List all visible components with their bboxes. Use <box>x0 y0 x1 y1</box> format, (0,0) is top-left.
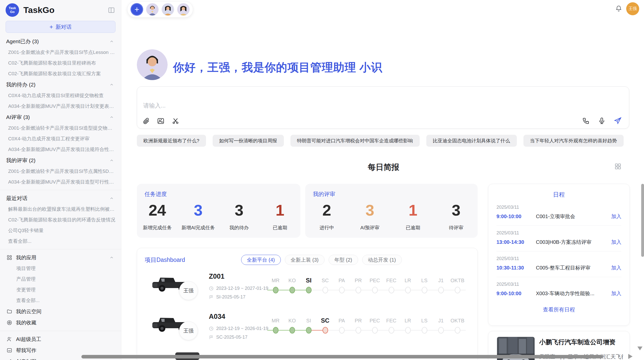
stat-value: 3 <box>219 202 260 219</box>
chevron-up-icon[interactable] <box>109 39 114 44</box>
chevron-up-icon[interactable] <box>109 82 114 87</box>
user-avatar[interactable]: 王强 <box>626 2 639 15</box>
agent-avatar[interactable] <box>162 3 174 16</box>
milestone-si: SI <box>300 317 317 335</box>
flag-milestone: SC-2025-05-17 <box>216 335 247 340</box>
milestone-dot <box>273 287 279 293</box>
phone-icon[interactable] <box>582 117 590 125</box>
milestone-dot <box>372 327 378 334</box>
sidebar-item[interactable]: C02-飞腾新能源轻客改款项目里程碑画布 <box>0 58 121 68</box>
milestone-si: SI <box>300 277 317 295</box>
divider <box>0 249 121 249</box>
recent-view-all[interactable]: 查看全部... <box>0 236 121 247</box>
add-agent-button[interactable]: + <box>130 3 143 16</box>
filter-tab[interactable]: 全新平台 (4) <box>241 255 281 265</box>
scroll-down-arrow-icon[interactable] <box>637 347 642 350</box>
milestone-mr: MR <box>267 317 284 335</box>
join-link[interactable]: 加入 <box>611 213 621 220</box>
recent-chat-item[interactable]: 公司Q3轻卡销量 <box>0 225 121 236</box>
date-range: 2023-12-19 ~ 2026-01-19 <box>216 326 268 331</box>
filter-tab[interactable]: 全新上装 (3) <box>285 255 325 265</box>
sidebar-item-cloud-space[interactable]: 我的云空间 <box>0 306 121 317</box>
suggestion-chip[interactable]: 当下年轻人对汽车外观有怎样的喜好趋势 <box>523 135 624 147</box>
vertical-scrollbar[interactable] <box>641 184 644 257</box>
paperclip-icon[interactable] <box>142 117 150 125</box>
suggestion-chip[interactable]: 欧洲新规最近颁布了什么? <box>137 135 206 147</box>
filter-tab[interactable]: 年型 (2) <box>329 255 358 265</box>
milestone-dot <box>273 327 279 334</box>
milestone-ko: KO <box>284 317 300 335</box>
sidebar-item[interactable]: Z001-全新燃油轻卡产品开发项目SI造型提交物评审 <box>0 123 121 133</box>
scissors-icon[interactable] <box>172 117 179 125</box>
sidebar-section-recent[interactable]: 最近对话 <box>0 193 121 204</box>
greeting-text: 你好，王强，我是你的项目管理助理 小识 <box>173 60 382 75</box>
section-title: AI评审 (3) <box>6 114 30 121</box>
sidebar-collapse-icon[interactable] <box>108 7 115 14</box>
composer-left-tools <box>142 117 179 125</box>
event-date: 2025/03/11 <box>496 282 621 287</box>
mic-icon[interactable] <box>598 117 606 125</box>
new-chat-button[interactable]: + 新对话 <box>6 21 115 33</box>
project-dates: 2023-12-19 ~ 2026-01-19 <box>209 326 268 331</box>
sidebar-section-ai-review[interactable]: AI评审 (3) <box>0 112 121 123</box>
flag-icon <box>209 295 214 299</box>
bell-icon[interactable] <box>615 5 622 12</box>
join-link[interactable]: 加入 <box>611 264 621 271</box>
project-dates: 2023-12-19 ~ 2027-01-19 <box>209 286 268 291</box>
join-link[interactable]: 加入 <box>611 239 621 246</box>
milestone-dot <box>455 287 460 293</box>
recent-chat-item[interactable]: 解释最新出台的欧盟报废车法规再生塑料比例被调至15%... <box>0 204 121 215</box>
chevron-up-icon[interactable] <box>109 158 114 163</box>
daily-report-title: 每日简报 <box>137 162 630 173</box>
chevron-up-icon[interactable] <box>109 115 114 119</box>
suggestion-chip[interactable]: 特朗普可能对进口汽车增税会对中国车企造成哪些影响 <box>290 135 420 147</box>
recent-chat-item[interactable]: C02-飞腾新能源轻客改款项目的闭环通告反馈情况 <box>0 215 121 225</box>
send-icon[interactable] <box>614 117 622 125</box>
sidebar-item[interactable]: Z001-全新燃油皮卡产品开发项目SI节点Lesson Learn报告 <box>0 47 121 58</box>
agent-avatar[interactable] <box>177 3 190 16</box>
chevron-up-icon[interactable] <box>109 196 114 201</box>
folder-icon <box>7 309 12 314</box>
sidebar-item[interactable]: A034-全新新能源MUV产品开发项目计划变更表编写 <box>0 101 121 112</box>
sidebar-item[interactable]: Z001-全新燃油轻卡产品开发项目SI节点属性5D文件评审 <box>0 166 121 177</box>
pen-nib-icon <box>7 359 12 360</box>
sidebar-item-ai-super-staff[interactable]: AI超级员工 <box>0 334 121 345</box>
scroll-right-arrow-icon[interactable] <box>628 354 633 359</box>
section-title: 最近对话 <box>6 195 27 202</box>
sidebar-item-favorites[interactable]: 我的收藏 <box>0 317 121 328</box>
sidebar-item[interactable]: A034-全新新能源MUV产品开发项目法规符合性评审 <box>0 144 121 155</box>
sidebar-section-my-review[interactable]: 我的评审 (2) <box>0 155 121 166</box>
view-all-schedule-link[interactable]: 查看所有日程 <box>488 306 630 313</box>
composer <box>137 86 629 129</box>
image-icon[interactable] <box>157 117 165 125</box>
milestone-dot <box>323 327 328 334</box>
horizontal-scrollbar[interactable] <box>81 355 603 358</box>
sidebar-item-help-write[interactable]: 帮我写作 <box>0 345 121 356</box>
milestone-oktb: OKTB <box>449 317 466 335</box>
suggestion-chip[interactable]: 比亚迪全固态电池计划具体说了什么 <box>426 135 517 147</box>
agent-avatar[interactable] <box>146 3 159 16</box>
sidebar-item-project-mgmt[interactable]: 项目管理 <box>0 263 121 274</box>
schedule-card: 日程 2025/03/11 9:00-10:00 C001-立项审批会 加入 2… <box>488 184 630 326</box>
sidebar-item-change-mgmt[interactable]: 变更管理 <box>0 284 121 295</box>
layout-grid-icon[interactable] <box>614 163 621 170</box>
chat-input[interactable] <box>143 102 372 109</box>
join-link[interactable]: 加入 <box>611 290 621 297</box>
suggestion-chip[interactable]: 如何写一份清晰的项目周报 <box>213 135 284 147</box>
sidebar-item[interactable]: A034-全新新能源MUV产品开发项目造型可行性评审 <box>0 177 121 187</box>
milestone-dot <box>422 287 427 293</box>
milestone-pec: PEC <box>367 317 383 335</box>
sidebar-item-my-apps[interactable]: 我的应用 <box>0 252 121 263</box>
sidebar-item[interactable]: C0X4-动力总成开发项目工程变更评审 <box>0 133 121 144</box>
milestone-track: MRKOSISCPAPRPECFECLRLSJ1OKTB <box>267 277 466 295</box>
my-apps-label: 我的应用 <box>16 254 36 261</box>
sidebar-section-my-todo[interactable]: 我的待办 (2) <box>0 79 121 90</box>
sidebar-item[interactable]: C02-飞腾新能源轻客改款项目立项汇报方案 <box>0 68 121 79</box>
chevron-up-icon[interactable] <box>109 255 114 260</box>
sidebar-item-product-mgmt[interactable]: 产品管理 <box>0 274 121 284</box>
milestone-fec: FEC <box>383 277 400 295</box>
apps-view-all[interactable]: 查看全部... <box>0 295 121 306</box>
sidebar-section-agent-done[interactable]: Agent已办 (3) <box>0 36 121 47</box>
sidebar-item[interactable]: C0X4-动力总成开发项目SI里程碑提交物检查 <box>0 90 121 101</box>
filter-tab[interactable]: 动总开发 (1) <box>362 255 402 265</box>
